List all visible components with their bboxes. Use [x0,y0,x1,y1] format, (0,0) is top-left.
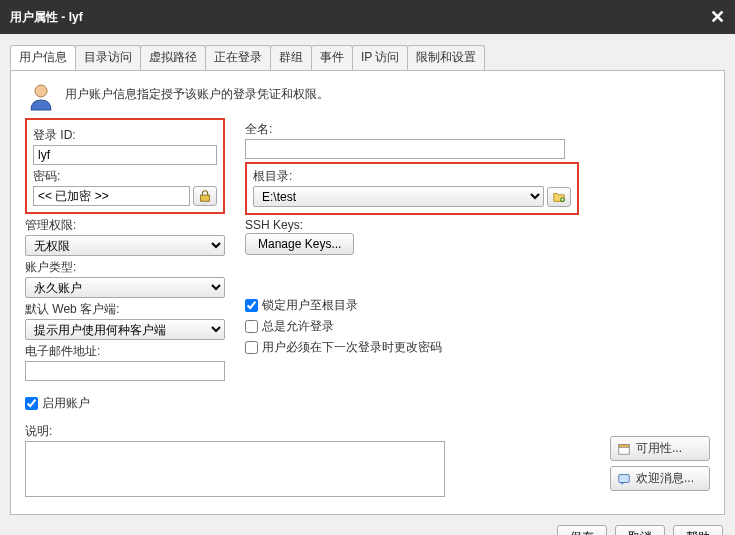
browse-folder-button[interactable] [547,187,571,207]
lock-root-checkbox[interactable] [245,299,258,312]
folder-icon [552,190,566,204]
admin-priv-label: 管理权限: [25,217,225,234]
enable-account-checkbox[interactable] [25,397,38,410]
manage-keys-button[interactable]: Manage Keys... [245,233,354,255]
account-type-label: 账户类型: [25,259,225,276]
root-select[interactable]: E:\test [253,186,544,207]
highlight-login-password: 登录 ID: 密码: [25,118,225,214]
login-id-label: 登录 ID: [33,127,217,144]
tab-ip-access[interactable]: IP 访问 [352,45,408,70]
panel-user-info: 用户账户信息指定授予该账户的登录凭证和权限。 登录 ID: 密码: [10,70,725,515]
right-column: 全名: 根目录: E:\test [245,118,710,416]
titlebar: 用户属性 - lyf ✕ [0,0,735,34]
footer: 保存 取消 帮助 [0,515,735,535]
desc-textarea[interactable] [25,441,445,497]
default-web-label: 默认 Web 客户端: [25,301,225,318]
always-login-checkbox[interactable] [245,320,258,333]
login-id-input[interactable] [33,145,217,165]
tab-virtual-path[interactable]: 虚拟路径 [140,45,206,70]
tab-strip: 用户信息 目录访问 虚拟路径 正在登录 群组 事件 IP 访问 限制和设置 [10,45,725,71]
email-input[interactable] [25,361,225,381]
close-icon[interactable]: ✕ [710,0,725,34]
tab-groups[interactable]: 群组 [270,45,312,70]
account-type-select[interactable]: 永久账户 [25,277,225,298]
tab-user-info[interactable]: 用户信息 [10,45,76,70]
tab-events[interactable]: 事件 [311,45,353,70]
highlight-root-dir: 根目录: E:\test [245,162,579,215]
availability-label: 可用性... [636,440,682,457]
window-title: 用户属性 - lyf [10,0,83,34]
intro-text: 用户账户信息指定授予该账户的登录凭证和权限。 [65,80,329,103]
help-button[interactable]: 帮助 [673,525,723,535]
lock-icon [198,189,212,203]
welcome-msg-button[interactable]: 欢迎消息... [610,466,710,491]
user-icon [25,80,57,112]
message-icon [617,472,631,486]
fullname-input[interactable] [245,139,565,159]
password-label: 密码: [33,168,217,185]
svg-rect-5 [619,474,630,482]
tab-logging-in[interactable]: 正在登录 [205,45,271,70]
always-login-label: 总是允许登录 [262,318,334,335]
svg-point-0 [35,85,47,97]
availability-button[interactable]: 可用性... [610,436,710,461]
sshkeys-label: SSH Keys: [245,218,710,232]
welcome-msg-label: 欢迎消息... [636,470,694,487]
root-label: 根目录: [253,168,571,185]
force-change-checkbox[interactable] [245,341,258,354]
lock-root-label: 锁定用户至根目录 [262,297,358,314]
calendar-icon [617,442,631,456]
force-change-label: 用户必须在下一次登录时更改密码 [262,339,442,356]
save-button[interactable]: 保存 [557,525,607,535]
default-web-select[interactable]: 提示用户使用何种客户端 [25,319,225,340]
admin-priv-select[interactable]: 无权限 [25,235,225,256]
password-lock-button[interactable] [193,186,217,206]
cancel-button[interactable]: 取消 [615,525,665,535]
tab-dir-access[interactable]: 目录访问 [75,45,141,70]
svg-rect-4 [619,444,630,447]
tab-limits[interactable]: 限制和设置 [407,45,485,70]
left-column: 登录 ID: 密码: 管理权限: [25,118,225,416]
fullname-label: 全名: [245,121,710,138]
email-label: 电子邮件地址: [25,343,225,360]
desc-label: 说明: [25,423,445,440]
svg-rect-1 [201,195,210,201]
password-input[interactable] [33,186,190,206]
enable-account-label: 启用账户 [42,395,90,412]
